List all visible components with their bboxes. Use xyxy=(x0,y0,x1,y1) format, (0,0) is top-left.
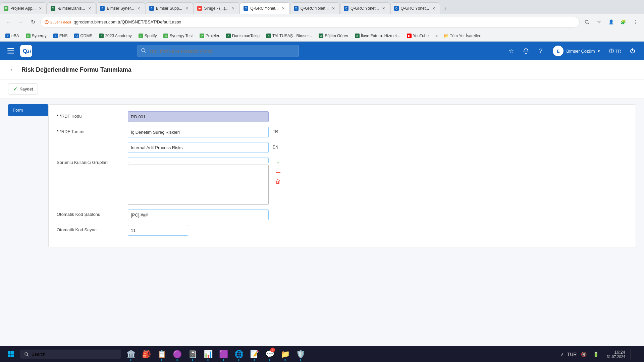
bookmark-youtube[interactable]: ▶ YouTube xyxy=(404,33,431,39)
taskbar-app2[interactable]: 🎒 xyxy=(139,347,154,362)
taskbar-security[interactable]: 🛡️ xyxy=(293,347,308,362)
bookmark-egitim[interactable]: X Eğitim Görev xyxy=(316,33,351,39)
otomatik-kod-sayaci-input[interactable] xyxy=(128,225,188,236)
bookmark-synergy[interactable]: S Synergy xyxy=(23,33,49,39)
form-nav-item-form[interactable]: Form xyxy=(8,104,48,116)
power-button[interactable] xyxy=(627,45,639,57)
clock[interactable]: 16:24 31.07.2024 xyxy=(604,348,628,360)
sorumlu-input[interactable] xyxy=(128,158,269,163)
taskbar-word[interactable]: 📝 xyxy=(247,347,262,362)
tab-label-qgrc: Q-GRC Yönet... xyxy=(250,6,278,11)
profile-icon[interactable]: 👤 xyxy=(606,17,616,27)
tab-qgrc-4[interactable]: Q Q-GRC Yönet... × xyxy=(390,2,440,14)
sorumlu-minus-button[interactable]: — xyxy=(274,168,282,176)
svg-line-3 xyxy=(588,23,589,24)
tab-close-danis[interactable]: × xyxy=(87,6,92,11)
back-button[interactable]: ← xyxy=(8,65,17,74)
sorumlu-trash-button[interactable]: 🗑 xyxy=(274,178,282,186)
tab-close-qgrc4[interactable]: × xyxy=(431,6,436,11)
tab-projeler[interactable]: P Projeler App... × xyxy=(0,2,47,14)
tab-bimser-synergy[interactable]: B Bimser Syner... × xyxy=(96,2,145,14)
tab-qgrc-3[interactable]: Q Q-GRC Yönet... × xyxy=(340,2,390,14)
tab-close-supp[interactable]: × xyxy=(184,6,190,11)
language-tray-icon[interactable]: TUR xyxy=(567,349,577,360)
tab-close-qgrc[interactable]: × xyxy=(281,6,286,11)
rdf-kodu-input[interactable] xyxy=(128,111,269,122)
help-button[interactable]: ? xyxy=(535,45,547,57)
back-nav-button[interactable]: ← xyxy=(4,17,13,27)
tab-qgrc-2[interactable]: Q Q-GRC Yönet... × xyxy=(290,2,340,14)
bookmark-star-icon[interactable]: ☆ xyxy=(594,17,604,27)
tab-close-simge[interactable]: × xyxy=(230,6,236,11)
bookmark-danisman[interactable]: X DanismanTakip xyxy=(223,33,262,39)
save-button[interactable]: ✔ Kaydet xyxy=(8,83,38,95)
notification-button[interactable] xyxy=(520,45,532,57)
app-menu-icon[interactable] xyxy=(5,46,16,56)
system-tray-expand[interactable]: ∧ xyxy=(561,352,564,357)
tab-bimser-danis[interactable]: X -BimserDanis... × xyxy=(47,2,96,14)
form-nav: Form xyxy=(8,104,48,247)
otomatik-kod-sablonu-row: Otomatik Kod Şablonu xyxy=(57,209,628,220)
svg-text:GRC: GRC xyxy=(26,49,31,54)
taskbar-app3[interactable]: 📋 xyxy=(154,347,169,362)
start-button[interactable] xyxy=(3,348,19,361)
svg-rect-12 xyxy=(8,351,11,354)
bookmark-tai[interactable]: X TAİ TUSAŞ - Bimser... xyxy=(264,33,315,39)
tab-close-qgrc2[interactable]: × xyxy=(331,6,336,11)
user-menu-button[interactable]: E Bimser Çözüm ▾ xyxy=(549,44,603,58)
bookmark-synergy-test[interactable]: S Synergy Test xyxy=(161,33,195,39)
bookmark-qdms[interactable]: Q QDMS xyxy=(71,33,95,39)
volume-icon[interactable]: 🔇 xyxy=(579,349,589,360)
forward-nav-button[interactable]: → xyxy=(16,17,25,27)
tab-close-synergy[interactable]: × xyxy=(136,6,142,11)
tab-simge[interactable]: ▶ Simge - (...)... × xyxy=(194,2,239,14)
taskbar-excel[interactable]: 📊 xyxy=(201,347,215,362)
taskbar-chrome[interactable]: 🌐 xyxy=(231,347,246,362)
tab-qgrc-active[interactable]: Q Q-GRC Yönet... × xyxy=(240,2,289,14)
battery-icon[interactable]: 🔋 xyxy=(591,349,601,360)
svg-rect-6 xyxy=(7,53,14,54)
otomatik-kod-sablonu-input[interactable] xyxy=(128,209,269,220)
language-button[interactable]: TR xyxy=(606,46,624,56)
taskbar-search[interactable]: Search xyxy=(20,350,121,359)
header-search-input[interactable] xyxy=(138,45,299,57)
sorumlu-textarea[interactable] xyxy=(128,165,269,205)
taskbar-yellow-folder[interactable]: 📁 xyxy=(278,347,292,362)
save-check-icon: ✔ xyxy=(13,86,17,92)
tab-label-danis: -BimserDanis... xyxy=(57,6,85,11)
bookmark-academy[interactable]: X 2023 Academy xyxy=(96,33,134,39)
bookmark-spotify[interactable]: ♪ Spotify xyxy=(136,33,160,39)
app-header: Q GRC ☆ ? E Bimser Çözüm xyxy=(0,42,644,60)
taskbar-folder[interactable]: 🟪 xyxy=(216,347,231,362)
tab-close-projeler[interactable]: × xyxy=(38,6,43,11)
app-logo[interactable]: Q GRC xyxy=(20,45,32,57)
zoom-icon[interactable] xyxy=(582,17,592,27)
bookmark-ens[interactable]: E ENS xyxy=(51,33,70,39)
rdf-tanimi-en-input[interactable] xyxy=(128,142,269,153)
show-desktop-button[interactable] xyxy=(631,349,641,360)
browser-content: Q GRC ☆ ? E Bimser Çözüm xyxy=(0,42,644,346)
all-bookmarks-link[interactable]: 📂 Tüm Yer İşaretleri xyxy=(444,34,481,38)
bookmark-eba[interactable]: e eBA xyxy=(3,33,22,39)
page-title: Risk Değerlendirme Formu Tanımlama xyxy=(21,66,131,73)
address-input[interactable]: ! Güvenli değil qgrcdemo.bimser.com.tr/Q… xyxy=(40,17,580,27)
tab-label-supp: Bimser Supp... xyxy=(156,6,182,11)
sorumlu-add-button[interactable]: + xyxy=(274,159,282,167)
bookmark-ilave[interactable]: X İlave Fatura. Hizmet... xyxy=(352,33,403,39)
bookmark-synergy-icon: S xyxy=(26,34,31,38)
extensions-icon[interactable]: 🧩 xyxy=(619,17,628,27)
bookmark-projeler[interactable]: P Projeler xyxy=(197,33,222,39)
taskbar-teams[interactable]: 🟣 xyxy=(170,347,184,362)
reload-button[interactable]: ↻ xyxy=(28,17,38,27)
favorites-button[interactable]: ☆ xyxy=(505,45,517,57)
browser-menu-icon[interactable]: ⋮ xyxy=(631,17,640,27)
tab-close-qgrc3[interactable]: × xyxy=(381,6,386,11)
tab-bimser-supp[interactable]: B Bimser Supp... × xyxy=(146,2,194,14)
svg-rect-14 xyxy=(8,354,11,357)
taskbar-file-manager[interactable]: 🏛️ xyxy=(123,347,138,362)
taskbar-teams2[interactable]: 💬 1 xyxy=(262,347,277,362)
new-tab-button[interactable]: + xyxy=(440,4,450,14)
rdf-tanimi-tr-input[interactable] xyxy=(128,127,269,137)
more-bookmarks-button[interactable]: » xyxy=(433,33,440,39)
taskbar-onenote[interactable]: 📓 xyxy=(185,347,200,362)
